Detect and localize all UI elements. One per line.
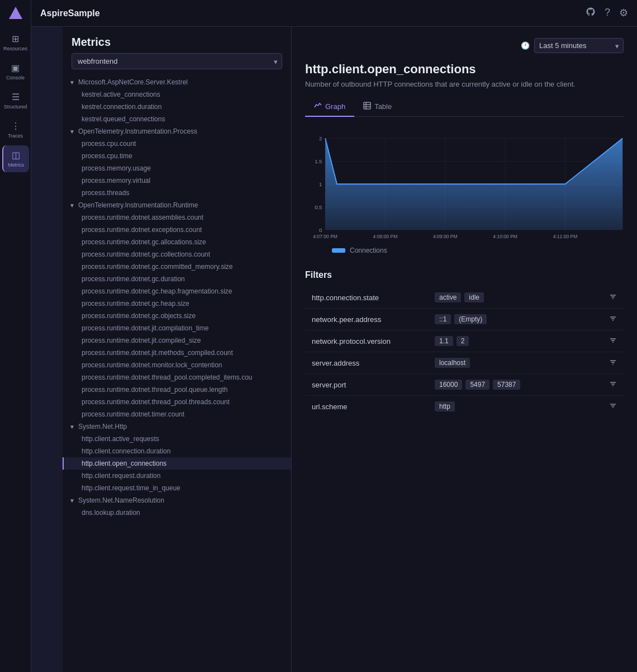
filter-badge: ::1 [435,314,451,324]
tree-item-proc-mem-usage[interactable]: process.memory.usage [63,162,291,174]
right-panel: 🕐 Last 5 minutes Last 15 minutes Last 30… [292,27,637,672]
tree-item-jit-comp-time[interactable]: process.runtime.dotnet.jit.compilation_t… [63,322,291,334]
tree-item-jit-comp-size[interactable]: process.runtime.dotnet.jit.compiled_size [63,334,291,347]
graph-icon [314,102,322,111]
filter-key: network.peer.address [312,315,435,324]
chart-container: 2 1.5 1 0.5 0 [305,126,624,259]
tree-item-asm-count[interactable]: process.runtime.dotnet.assemblies.count [63,211,291,224]
tree-item-kestrel-conn-dur[interactable]: kestrel.connection.duration [63,101,291,113]
sidebar-item-resources[interactable]: ⊞ Resources [2,29,29,56]
filter-icon[interactable] [609,402,617,411]
tree-item-tp-threads[interactable]: process.runtime.dotnet.thread_pool.threa… [63,396,291,408]
filter-icon[interactable] [609,315,617,324]
filter-badge: 16000 [435,380,462,390]
filter-badge: active [435,292,461,302]
tree-item-proc-cpu-time[interactable]: process.cpu.time [63,150,291,162]
tree-item-gc-alloc[interactable]: process.runtime.dotnet.gc.allocations.si… [63,236,291,248]
filter-values: 1.1 2 [435,336,609,346]
settings-icon[interactable]: ⚙ [619,7,628,20]
left-panel-header: Metrics [63,27,291,53]
svg-rect-1 [364,102,370,109]
github-icon[interactable] [586,7,596,20]
filter-badge: 1.1 [435,336,453,346]
main-content: Metrics webfrontend ▾ ▼ Microsoft.AspNet… [63,27,637,672]
tree-item-kestrel-active[interactable]: kestrel.active_connections [63,88,291,101]
tree-group-sys-net-http[interactable]: ▼ System.Net.Http [63,420,291,433]
group-label: System.Net.NameResolution [78,496,164,504]
chart-legend: Connections [332,247,624,254]
tree-group-kestrel[interactable]: ▼ Microsoft.AspNetCore.Server.Kestrel [63,76,291,88]
sidebar-item-label: Structured [4,104,27,110]
tree-item-http-req-dur[interactable]: http.client.request.duration [63,470,291,482]
tree-item-http-req-queue[interactable]: http.client.request.time_in_queue [63,482,291,494]
tree-item-tp-completed[interactable]: process.runtime.dotnet.thread_pool.compl… [63,371,291,384]
group-label: System.Net.Http [78,423,127,430]
tree-item-proc-cpu-count[interactable]: process.cpu.count [63,138,291,150]
tree-item-kestrel-queued[interactable]: kestrel.queued_connections [63,113,291,125]
structured-icon: ☰ [12,92,20,102]
time-selector: 🕐 Last 5 minutes Last 15 minutes Last 30… [521,38,624,53]
tree-item-proc-mem-virtual[interactable]: process.memory.virtual [63,174,291,187]
sidebar-item-traces[interactable]: ⋮ Traces [2,116,29,143]
tree-item-tp-queue[interactable]: process.runtime.dotnet.thread_pool.queue… [63,384,291,396]
help-icon[interactable]: ? [605,7,610,20]
sidebar-item-console[interactable]: ▣ Console [2,58,29,85]
tree-group-otel-runtime[interactable]: ▼ OpenTelemetry.Instrumentation.Runtime [63,199,291,211]
filter-badge: idle [464,292,484,302]
tree-item-http-active-req[interactable]: http.client.active_requests [63,433,291,445]
tree-item-proc-threads[interactable]: process.threads [63,187,291,199]
tree-item-gc-obj[interactable]: process.runtime.dotnet.gc.objects.size [63,310,291,322]
sidebar-item-label: Traces [8,133,23,139]
tree-item-dns-lookup[interactable]: dns.lookup.duration [63,507,291,519]
sidebar-item-label: Metrics [8,162,24,168]
y-label-2: 2 [319,135,322,141]
time-select-wrapper: Last 5 minutes Last 15 minutes Last 30 m… [534,38,624,53]
y-label-1-5: 1.5 [315,158,322,164]
time-range-select[interactable]: Last 5 minutes Last 15 minutes Last 30 m… [534,38,624,53]
app-logo [7,4,25,22]
filter-icon[interactable] [609,358,617,368]
svg-marker-0 [9,7,22,19]
tree-item-http-conn-dur[interactable]: http.client.connection.duration [63,445,291,457]
metrics-tree: ▼ Microsoft.AspNetCore.Server.Kestrel ke… [63,74,291,672]
tree-item-jit-methods[interactable]: process.runtime.dotnet.jit.methods_compi… [63,347,291,359]
page-title: Metrics [72,36,111,49]
tree-item-gc-heap-size[interactable]: process.runtime.dotnet.gc.heap.size [63,297,291,310]
metric-description: Number of outbound HTTP connections that… [305,80,624,88]
sidebar-item-structured[interactable]: ☰ Structured [2,87,29,114]
filter-icon[interactable] [609,293,617,302]
tree-item-gc-dur[interactable]: process.runtime.dotnet.gc.duration [63,273,291,285]
filter-badge: localhost [435,358,470,368]
tree-group-sys-net-name[interactable]: ▼ System.Net.NameResolution [63,494,291,507]
filters-section: Filters http.connection.state active idl… [305,270,624,417]
group-label: Microsoft.AspNetCore.Server.Kestrel [78,78,188,86]
tree-item-gc-coll[interactable]: process.runtime.dotnet.gc.collections.co… [63,248,291,261]
table-icon [363,102,371,111]
filter-icon[interactable] [609,337,617,346]
x-label-1: 4:08:00 PM [373,234,398,239]
x-label-3: 4:10:00 PM [493,234,517,239]
chart-svg: 2 1.5 1 0.5 0 [305,130,624,242]
tree-item-timer-count[interactable]: process.runtime.dotnet.timer.count [63,408,291,420]
tree-item-gc-heap-frag[interactable]: process.runtime.dotnet.gc.heap.fragmenta… [63,285,291,297]
tree-group-otel-process[interactable]: ▼ OpenTelemetry.Instrumentation.Process [63,125,291,138]
tab-table[interactable]: Table [354,97,401,117]
tree-item-exc-count[interactable]: process.runtime.dotnet.exceptions.count [63,224,291,236]
service-selector[interactable]: webfrontend [72,53,282,69]
service-selector-wrapper: webfrontend ▾ [72,53,282,69]
sidebar-item-metrics[interactable]: ◫ Metrics [2,145,29,172]
clock-icon: 🕐 [521,41,530,50]
chevron-icon: ▼ [69,424,75,430]
header-icons: ? ⚙ [586,7,628,20]
filters-title: Filters [305,270,624,280]
tree-item-monitor-lock[interactable]: process.runtime.dotnet.monitor.lock_cont… [63,359,291,371]
tab-graph[interactable]: Graph [305,97,354,117]
legend-label: Connections [350,247,387,254]
filter-icon[interactable] [609,380,617,390]
filter-badge: 5497 [465,380,489,390]
tree-item-http-open-conn[interactable]: http.client.open_connections [63,457,291,470]
y-label-0-5: 0.5 [315,204,322,210]
filter-badge: http [435,401,455,411]
sidebar-item-label: Console [6,75,25,81]
tree-item-gc-comm[interactable]: process.runtime.dotnet.gc.committed_memo… [63,261,291,273]
